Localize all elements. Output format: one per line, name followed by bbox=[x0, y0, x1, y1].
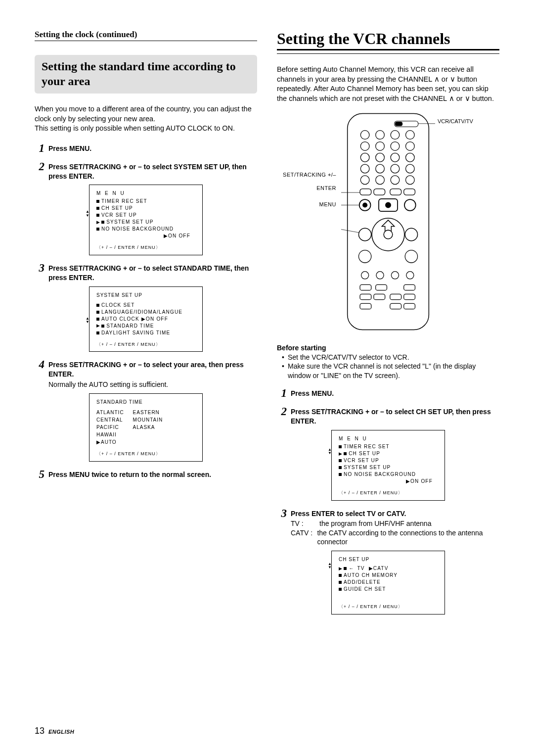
svg-point-20 bbox=[360, 176, 369, 185]
tz-option: ATLANTIC bbox=[96, 409, 124, 416]
step-1-text: Press MENU. bbox=[48, 144, 91, 152]
svg-rect-50 bbox=[374, 294, 385, 300]
step-2: 2 Press SET/TRACKING + or – to select SY… bbox=[35, 161, 257, 181]
svg-point-13 bbox=[376, 153, 385, 162]
osd-title: M E N U bbox=[339, 435, 438, 442]
svg-point-17 bbox=[376, 164, 385, 173]
osd-item: NO NOISE BACKGROUND bbox=[101, 226, 174, 233]
svg-point-19 bbox=[405, 164, 414, 173]
osd-hint: 〈+ / – / ENTER / MENU〉 bbox=[96, 451, 195, 457]
osd-item: CH SET UP bbox=[101, 205, 133, 212]
step-3-text: Press SET/TRACKING + or – to select STAN… bbox=[48, 264, 249, 282]
svg-point-9 bbox=[376, 142, 385, 151]
step-number: 5 bbox=[35, 469, 44, 480]
step-4: 4 Press SET/TRACKING + or – to select yo… bbox=[35, 359, 257, 389]
intro-line-2: This setting is only possible when setti… bbox=[35, 124, 235, 132]
svg-point-16 bbox=[360, 164, 369, 173]
svg-point-6 bbox=[391, 131, 400, 140]
tz-option: HAWAII bbox=[96, 431, 124, 438]
svg-point-38 bbox=[405, 229, 417, 241]
osd-hint: 〈+ / – / ENTER / MENU〉 bbox=[96, 244, 195, 251]
osd-item: LANGUAGE/IDIOMA/LANGUE bbox=[101, 309, 182, 316]
osd-system-setup: ▲▼ SYSTEM SET UP CLOCK SET LANGUAGE/IDIO… bbox=[89, 286, 203, 352]
svg-point-18 bbox=[391, 164, 400, 173]
osd-title: M E N U bbox=[96, 190, 195, 197]
svg-rect-53 bbox=[360, 304, 371, 309]
before-item-1: Set the VCR/CATV/TV selector to VCR. bbox=[284, 353, 499, 362]
osd-item: AUTO CLOCK ▶ON OFF bbox=[101, 316, 168, 323]
osd-item: GUIDE CH SET bbox=[344, 586, 386, 593]
svg-point-22 bbox=[391, 176, 400, 185]
svg-rect-55 bbox=[404, 304, 415, 309]
osd-item: SYSTEM SET UP bbox=[106, 219, 153, 226]
osd-title: STANDARD TIME bbox=[96, 399, 195, 406]
step-2-text: Press SET/TRACKING + or – to select SYST… bbox=[48, 163, 247, 180]
step-number: 1 bbox=[35, 142, 44, 154]
osd-menu-1: ▲▼ M E N U TIMER REC SET CH SET UP VCR S… bbox=[89, 185, 203, 255]
svg-point-40 bbox=[358, 250, 371, 263]
r-step-3: 3 Press ENTER to select TV or CATV. bbox=[277, 508, 499, 519]
tv-text: the program from UHF/VHF antenna bbox=[319, 519, 431, 528]
osd-title: SYSTEM SET UP bbox=[96, 292, 195, 299]
step-number: 3 bbox=[35, 262, 44, 274]
osd-option: ▶ON OFF bbox=[164, 233, 190, 239]
thin-rule bbox=[277, 53, 499, 54]
tz-option: ALASKA bbox=[133, 424, 163, 431]
step-number: 3 bbox=[277, 508, 287, 519]
svg-rect-2 bbox=[395, 122, 402, 126]
osd-item: VCR SET UP bbox=[344, 457, 379, 464]
catv-label: CATV : bbox=[291, 528, 317, 547]
right-intro: Before setting Auto Channel Memory, this… bbox=[277, 65, 499, 103]
svg-point-41 bbox=[405, 250, 417, 263]
svg-point-11 bbox=[405, 142, 414, 151]
svg-point-32 bbox=[362, 203, 367, 208]
svg-point-23 bbox=[405, 176, 414, 185]
svg-point-44 bbox=[391, 272, 399, 279]
svg-rect-25 bbox=[374, 189, 385, 195]
step-number: 1 bbox=[277, 387, 287, 399]
svg-rect-54 bbox=[390, 304, 401, 309]
svg-rect-24 bbox=[360, 189, 371, 195]
svg-point-15 bbox=[405, 153, 414, 162]
osd-item: AUTO CH MEMORY bbox=[344, 572, 398, 579]
r-step-3-text: Press ENTER to select TV or CATV. bbox=[291, 510, 406, 518]
catv-row: CATV : the CATV according to the connect… bbox=[291, 528, 499, 547]
osd-item: CH SET UP bbox=[349, 450, 380, 457]
osd-item: NO NOISE BACKGROUND bbox=[344, 471, 416, 478]
label-enter: ENTER bbox=[282, 185, 336, 191]
rule bbox=[35, 41, 257, 41]
svg-point-21 bbox=[376, 176, 385, 185]
step-5: 5 Press MENU twice to return to the norm… bbox=[35, 469, 257, 480]
svg-rect-52 bbox=[404, 294, 415, 300]
label-vcrcatv: VCR/CATV/TV bbox=[438, 118, 485, 124]
svg-point-10 bbox=[391, 142, 400, 151]
osd-hint: 〈+ / – / ENTER / MENU〉 bbox=[96, 341, 195, 348]
tz-option: EASTERN bbox=[133, 409, 163, 416]
r-step-2: 2 Press SET/TRACKING + or – to select CH… bbox=[277, 406, 499, 426]
svg-point-43 bbox=[376, 272, 384, 279]
osd-item: TV bbox=[357, 565, 364, 572]
before-starting-head: Before starting bbox=[277, 344, 499, 352]
footer-language: ENGLISH bbox=[48, 729, 74, 735]
svg-rect-49 bbox=[360, 294, 371, 300]
tv-row: TV : the program from UHF/VHF antenna bbox=[291, 519, 499, 528]
svg-rect-46 bbox=[360, 285, 371, 290]
tz-option: CENTRAL bbox=[96, 416, 124, 424]
step-number: 2 bbox=[35, 161, 44, 172]
svg-point-14 bbox=[391, 153, 400, 162]
r-step-1-text: Press MENU. bbox=[291, 389, 334, 397]
step-number: 2 bbox=[277, 406, 287, 417]
svg-rect-51 bbox=[390, 294, 401, 300]
catv-text: the CATV according to the connections to… bbox=[317, 528, 499, 547]
step-4-text: Press SET/TRACKING + or – to select your… bbox=[48, 361, 244, 378]
osd-hint: 〈+ / – / ENTER / MENU〉 bbox=[339, 604, 438, 610]
osd-item: TIMER REC SET bbox=[344, 443, 390, 450]
step-3: 3 Press SET/TRACKING + or – to select ST… bbox=[35, 262, 257, 283]
intro-line-1: When you move to a different area of the… bbox=[35, 105, 252, 123]
before-item-2: Make sure the VCR channel is not selecte… bbox=[284, 362, 499, 380]
step-number: 4 bbox=[35, 359, 44, 370]
section-banner-left: Setting the standard time according to y… bbox=[35, 55, 257, 94]
osd-item: ▶CATV bbox=[369, 565, 389, 572]
step-4-note: Normally the AUTO setting is sufficient. bbox=[48, 380, 257, 389]
remote-diagram bbox=[341, 112, 435, 331]
